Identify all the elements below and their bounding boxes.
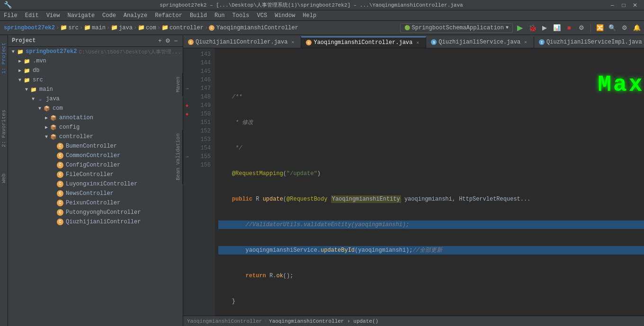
tree-item-luyong[interactable]: C LuyongxinxiController xyxy=(8,179,183,189)
project-tree: ▼ 📁 springboot27ek2 C:\Users\15067\Deskt… xyxy=(8,47,183,326)
tab-qiuzhi-controller[interactable]: C QiuzhijianliController.java ✕ xyxy=(183,36,301,48)
profiler-button[interactable]: 📊 xyxy=(552,23,562,33)
breadcrumb-main: 📁 xyxy=(84,24,91,31)
tree-item-putong[interactable]: C PutongyonghuController xyxy=(8,208,183,217)
settings-btn[interactable]: ⚙ xyxy=(619,23,630,33)
search-everywhere-btn[interactable]: 🔍 xyxy=(607,23,617,33)
config-icon: 📦 xyxy=(50,123,57,131)
qiuzhi-icon: C xyxy=(56,218,64,226)
tree-item-configctrl[interactable]: C ConfigController xyxy=(8,160,183,170)
tree-item-mvn[interactable]: ▶ 📁 .mvn xyxy=(8,56,183,66)
menu-vcs[interactable]: VCS xyxy=(253,10,271,20)
src-icon: 📁 xyxy=(23,76,31,84)
favorites-side-tab[interactable]: 2: Favorites xyxy=(0,106,8,151)
sidebar-add-btn[interactable]: + xyxy=(157,37,163,44)
tab-close-service[interactable]: ✕ xyxy=(522,39,529,45)
run-config-arrow: ▼ xyxy=(506,25,509,30)
tree-label-main: main xyxy=(39,86,53,93)
left-strip: 1: Project 2: Favorites Web xyxy=(0,35,8,326)
menu-tools[interactable]: Tools xyxy=(229,10,253,20)
bean-validation-tab[interactable]: Bean Validation xyxy=(174,130,183,184)
tree-item-controller[interactable]: ▼ 📦 controller xyxy=(8,132,183,141)
code-line-152: } xyxy=(218,297,644,306)
breadcrumb-java: 📁 xyxy=(111,24,118,31)
run-button[interactable]: ▶ xyxy=(515,23,525,33)
notifications-btn[interactable]: 🔔 xyxy=(632,23,642,33)
code-content[interactable]: /** * 修改 */ @RequestMapping("/update") p… xyxy=(215,48,644,316)
menu-build[interactable]: Build xyxy=(186,10,211,20)
project-tab[interactable]: 1: Project xyxy=(0,39,8,78)
menu-file[interactable]: File xyxy=(0,10,21,20)
tree-arrow-java: ▼ xyxy=(30,97,36,102)
maven-tab[interactable]: Maven xyxy=(174,73,183,96)
breadcrumb-src: 📁 xyxy=(60,24,67,31)
tree-item-news[interactable]: C NewsController xyxy=(8,189,183,198)
tree-label-src: src xyxy=(33,77,43,83)
menu-run[interactable]: Run xyxy=(211,10,229,20)
gutter-arrow-144 xyxy=(183,59,191,67)
tab-service-impl[interactable]: I QiuzhijianliServiceImpl.java ✕ xyxy=(534,36,644,48)
tree-arrow-mvn: ▶ xyxy=(17,58,23,64)
breadcrumb-src-label: src xyxy=(68,25,79,31)
tab-close-yaoqing[interactable]: ✕ xyxy=(414,39,421,46)
tree-arrow-db: ▶ xyxy=(17,68,23,73)
minimize-btn[interactable]: – xyxy=(607,1,617,9)
main-icon: 📁 xyxy=(30,86,37,93)
app-icon: 🔧 xyxy=(4,1,12,9)
run-area: 🟢 SpringbootSchemaApplication ▼ ▶ 🐞 ▶ 📊 … xyxy=(400,23,642,33)
breadcrumb-controller-path: YaoqingmianshiController xyxy=(187,318,262,324)
breadcrumb-com-label: com xyxy=(146,25,156,31)
tree-item-root[interactable]: ▼ 📁 springboot27ek2 C:\Users\15067\Deskt… xyxy=(8,47,183,56)
common-icon: C xyxy=(56,152,64,159)
tree-item-peixun[interactable]: C PeixunController xyxy=(8,198,183,208)
vcs-btn[interactable]: 🔀 xyxy=(595,23,605,33)
menu-navigate[interactable]: Navigate xyxy=(63,10,98,20)
tree-item-qiuzhi[interactable]: C QiuzhijianliController xyxy=(8,217,183,227)
code-line-151: return R.ok(); xyxy=(218,272,644,280)
tree-label-qiuzhi: QiuzhijianliController xyxy=(66,219,141,225)
debug-button[interactable]: 🐞 xyxy=(527,23,537,33)
editor-tabs: C QiuzhijianliController.java ✕ C Yaoqin… xyxy=(183,35,644,48)
tree-label-com: com xyxy=(53,105,63,112)
tab-close-qiuzhi[interactable]: ✕ xyxy=(289,39,296,45)
coverage-button[interactable]: ▶ xyxy=(539,23,550,33)
run-config[interactable]: 🟢 SpringbootSchemaApplication ▼ xyxy=(400,23,513,33)
tree-item-bumen[interactable]: C BumenController xyxy=(8,141,183,151)
menu-help[interactable]: Help xyxy=(299,10,320,20)
tree-item-common[interactable]: C CommonController xyxy=(8,151,183,160)
tab-label-service: QiuzhijianliService.java xyxy=(438,39,520,45)
tree-item-java[interactable]: ▼ ☕ java xyxy=(8,94,183,104)
maximize-btn[interactable]: □ xyxy=(618,1,629,9)
menu-edit[interactable]: Edit xyxy=(21,10,43,20)
sidebar-collapse-btn[interactable]: – xyxy=(173,37,179,44)
close-btn[interactable]: ✕ xyxy=(630,1,640,9)
tab-label-yaoqing: YaoqingmianshiController.java xyxy=(313,39,412,46)
sidebar: Project + ⚙ – ▼ 📁 springboot27ek2 C:\Use… xyxy=(8,35,183,326)
tree-item-annotation[interactable]: ▶ 📦 annotation xyxy=(8,113,183,123)
more-run-btn[interactable]: ⚙ xyxy=(576,23,587,33)
tree-label-annotation: annotation xyxy=(59,115,93,121)
menu-code[interactable]: Code xyxy=(98,10,120,20)
breadcrumb-controller: 📁 xyxy=(161,24,169,31)
menu-window[interactable]: Window xyxy=(271,10,299,20)
tree-item-config[interactable]: ▶ 📦 config xyxy=(8,123,183,132)
stop-button[interactable]: ■ xyxy=(564,23,574,33)
db-icon: 📁 xyxy=(23,67,31,74)
controller-icon: 📦 xyxy=(50,133,57,141)
tree-item-file[interactable]: C FileController xyxy=(8,170,183,179)
gutter-arrow-155: → xyxy=(183,152,191,161)
tree-item-com[interactable]: ▼ 📦 com xyxy=(8,104,183,113)
tree-label-common: CommonController xyxy=(66,152,120,159)
menu-analyze[interactable]: Analyze xyxy=(120,10,151,20)
tree-item-db[interactable]: ▶ 📁 db xyxy=(8,66,183,75)
tab-service[interactable]: S QiuzhijianliService.java ✕ xyxy=(426,36,534,48)
web-tab[interactable]: Web xyxy=(0,170,8,187)
menu-refactor[interactable]: Refactor xyxy=(151,10,186,20)
breadcrumb-file-icon: C xyxy=(209,25,215,31)
tab-yaoqing-controller[interactable]: C YaoqingmianshiController.java ✕ xyxy=(301,36,426,48)
sidebar-gear-btn[interactable]: ⚙ xyxy=(164,37,172,44)
tree-item-main[interactable]: ▼ 📁 main xyxy=(8,85,183,94)
breadcrumb-main-label: main xyxy=(92,25,106,31)
tree-item-src[interactable]: ▼ 📁 src xyxy=(8,75,183,85)
menu-view[interactable]: View xyxy=(43,10,64,20)
